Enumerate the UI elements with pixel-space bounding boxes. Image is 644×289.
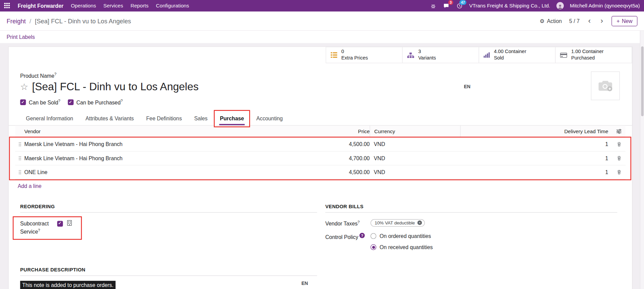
form-sheet: 0 Extra Prices 3 Variants 4.00 Container: [8, 46, 632, 289]
menu-configurations[interactable]: Configurations: [156, 3, 189, 9]
tax-tag[interactable]: 10% VAT deductible ×: [370, 219, 425, 226]
tab-attributes-variants[interactable]: Attributes & Variants: [85, 112, 135, 125]
subcontract-service-label: Subcontract Service?: [20, 220, 53, 236]
new-record-button[interactable]: + New: [612, 16, 638, 26]
tab-general-information[interactable]: General Information: [25, 112, 74, 125]
table-rows: Maersk Line Vietnam - Hai Phong Branch 4…: [15, 137, 625, 179]
can-be-sold-field: Can be Sold?: [20, 99, 61, 106]
translate-language-button[interactable]: EN: [301, 281, 308, 286]
help-tooltip-icon[interactable]: ?: [360, 233, 365, 238]
tax-tag-label: 10% VAT deductible: [374, 220, 415, 225]
cell-vendor[interactable]: Maersk Line Vietnam - Hai Phong Branch: [24, 141, 287, 147]
messages-count-badge: 3: [448, 0, 453, 5]
breadcrumb-parent-link[interactable]: Freight: [6, 18, 26, 25]
column-header-currency[interactable]: Currency: [370, 125, 460, 137]
pager-next-icon[interactable]: ›: [599, 17, 604, 25]
cell-vendor[interactable]: ONE Line: [24, 169, 287, 175]
radio-on-received-quantities[interactable]: On received quantities: [370, 244, 433, 250]
can-be-purchased-label: Can be Purchased?: [76, 99, 123, 106]
cell-vendor[interactable]: Maersk Line Vietnam - Hai Phong Branch: [24, 155, 287, 161]
cell-currency[interactable]: VND: [370, 141, 460, 147]
translate-language-button[interactable]: EN: [464, 84, 470, 89]
help-marker: ?: [58, 99, 60, 103]
debug-bug-icon[interactable]: [430, 2, 437, 9]
stat-value: 4.00 Container: [494, 49, 527, 55]
activities-clock-icon[interactable]: 47: [456, 2, 463, 9]
add-a-line-link[interactable]: Add a line: [15, 179, 44, 193]
delete-row-trash-icon[interactable]: [612, 169, 625, 175]
table-row[interactable]: ONE Line 4,500.00 VND 1: [15, 165, 625, 179]
cell-price[interactable]: 4,500.00: [287, 141, 370, 147]
stat-button-extra-prices[interactable]: 0 Extra Prices: [326, 47, 403, 63]
column-header-vendor[interactable]: Vendor: [24, 125, 287, 137]
record-pager[interactable]: 5 / 7: [569, 18, 580, 24]
menu-services[interactable]: Services: [103, 3, 123, 9]
product-title-input[interactable]: [Sea] FCL - Dinh vu to Los Angeles: [32, 80, 198, 93]
stat-button-sold[interactable]: 4.00 Container Sold: [479, 47, 556, 63]
stat-label: Purchased: [571, 55, 604, 62]
column-header-delivery-lead-time[interactable]: Delivery Lead Time: [460, 125, 612, 137]
top-navbar: Freight Forwarder Operations Services Re…: [0, 0, 644, 11]
vendor-pricelist-table: Vendor Price Currency Delivery Lead Time…: [15, 125, 625, 193]
tab-fee-definitions[interactable]: Fee Definitions: [145, 112, 183, 125]
delete-row-trash-icon[interactable]: [612, 155, 625, 161]
optional-columns-icon[interactable]: [612, 125, 625, 137]
cell-currency[interactable]: VND: [370, 169, 460, 175]
user-avatar[interactable]: [556, 2, 564, 9]
remove-tag-icon[interactable]: ×: [417, 220, 422, 225]
pager-previous-icon[interactable]: ‹: [587, 17, 592, 25]
cell-delivery-lead-time[interactable]: 1: [460, 141, 612, 147]
cell-currency[interactable]: VND: [370, 155, 460, 161]
control-policy-field: Control Policy? On ordered quantities On…: [325, 233, 617, 250]
radio-circle-selected[interactable]: [370, 244, 376, 250]
stat-label: Variants: [418, 55, 436, 62]
apps-grid-icon[interactable]: [4, 3, 10, 9]
cell-price[interactable]: 4,700.00: [287, 155, 370, 161]
vendor-taxes-label: Vendor Taxes?: [325, 219, 371, 226]
cell-delivery-lead-time[interactable]: 1: [460, 155, 612, 161]
product-name-label: Product Name?: [20, 72, 621, 79]
purchase-description-text[interactable]: This note is added to purchase orders.: [20, 281, 116, 289]
stat-button-purchased[interactable]: 1.00 Container Purchased: [555, 47, 632, 63]
drag-handle-icon[interactable]: [15, 170, 24, 174]
app-name[interactable]: Freight Forwarder: [18, 3, 63, 9]
tab-accounting[interactable]: Accounting: [256, 112, 284, 125]
favorite-star-icon[interactable]: ☆: [20, 82, 28, 92]
section-title-purchase-description: PURCHASE DESCRIPTION: [20, 267, 317, 276]
table-row[interactable]: Maersk Line Vietnam - Hai Phong Branch 4…: [15, 137, 625, 151]
cell-price[interactable]: 4,500.00: [287, 169, 370, 175]
company-switcher[interactable]: VTrans Freight & Shipping Co., Ltd.: [469, 3, 550, 9]
stat-button-box: 0 Extra Prices 3 Variants 4.00 Container: [9, 47, 632, 63]
control-policy-options: On ordered quantities On received quanti…: [370, 233, 433, 250]
subcontract-service-checkbox[interactable]: [57, 221, 63, 226]
table-row[interactable]: Maersk Line Vietnam - Hai Phong Branch 4…: [15, 151, 625, 165]
menu-operations[interactable]: Operations: [71, 3, 96, 9]
can-be-sold-checkbox[interactable]: [20, 100, 26, 105]
tab-purchase[interactable]: Purchase: [219, 112, 245, 125]
content-area: 0 Extra Prices 3 Variants 4.00 Container: [0, 43, 640, 289]
section-title-vendor-bills: VENDOR BILLS: [325, 203, 617, 213]
drag-handle-icon[interactable]: [15, 142, 24, 146]
column-header-price[interactable]: Price: [287, 125, 370, 137]
user-menu[interactable]: Mitchell Admin (qynoeeqvyt5a): [570, 3, 640, 9]
cell-delivery-lead-time[interactable]: 1: [460, 169, 612, 175]
action-menu-button[interactable]: ⚙ Action: [540, 18, 562, 24]
delete-row-trash-icon[interactable]: [612, 142, 625, 147]
print-labels-button[interactable]: Print Labels: [6, 34, 35, 40]
radio-circle[interactable]: [370, 233, 376, 239]
messages-icon[interactable]: 3: [443, 2, 450, 9]
drag-handle-icon[interactable]: [15, 156, 24, 160]
vertical-scrollbar[interactable]: [640, 31, 644, 289]
scrollbar-thumb[interactable]: [641, 46, 643, 116]
bar-chart-icon: [484, 52, 490, 58]
form-button-bar: Print Labels: [0, 31, 644, 43]
new-label: New: [622, 18, 632, 24]
can-be-purchased-field: Can be Purchased?: [68, 99, 123, 106]
radio-on-ordered-quantities[interactable]: On ordered quantities: [370, 233, 433, 239]
stat-button-variants[interactable]: 3 Variants: [402, 47, 479, 63]
tab-sales[interactable]: Sales: [193, 112, 208, 125]
table-header-row: Vendor Price Currency Delivery Lead Time: [15, 125, 625, 137]
help-marker: ?: [38, 228, 40, 232]
can-be-purchased-checkbox[interactable]: [68, 100, 73, 105]
menu-reports[interactable]: Reports: [130, 3, 148, 9]
